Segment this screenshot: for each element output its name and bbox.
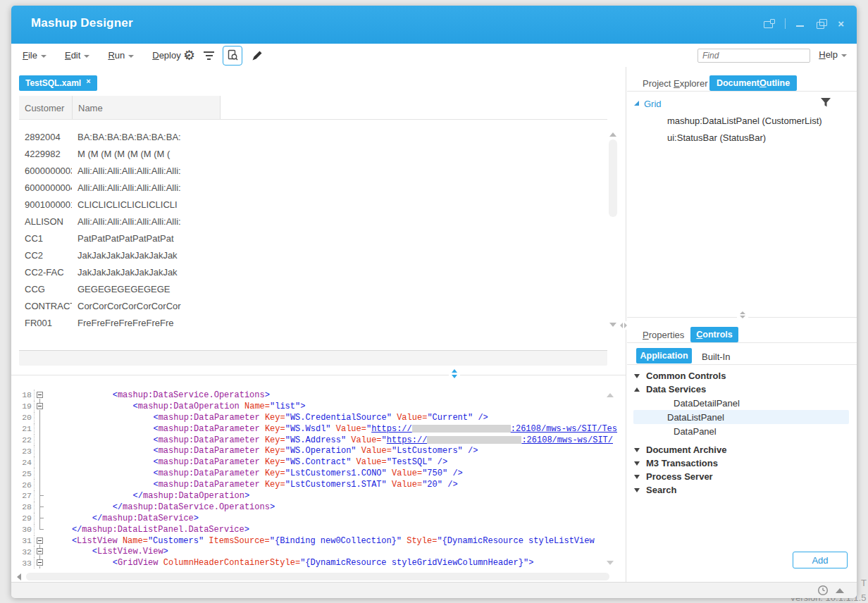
code-scroll-up-icon[interactable]	[607, 393, 614, 397]
outline-item[interactable]: mashup:DataListPanel (CustomerList)	[627, 112, 857, 129]
xaml-code-editor[interactable]: 18<mashup:DataService.Operations>19<mash…	[19, 390, 617, 568]
fold-collapse-icon[interactable]	[37, 548, 43, 554]
menu-edit[interactable]: Edit	[65, 50, 89, 61]
expand-icon[interactable]	[634, 374, 640, 378]
collapse-icon[interactable]	[634, 387, 640, 392]
code-line-20[interactable]: 20<mashup:DataParameter Key="WS.Credenti…	[19, 412, 617, 423]
grid-scroll-up-icon[interactable]	[609, 132, 616, 137]
grid-horizontal-scrollbar[interactable]	[19, 350, 607, 366]
code-line-30[interactable]: 30</mashup:DataListPanel.DataService>	[19, 524, 617, 535]
expand-icon[interactable]	[634, 475, 640, 479]
close-tab-icon[interactable]: ×	[86, 77, 90, 85]
clock-history-icon[interactable]	[817, 585, 829, 596]
menu-help[interactable]: Help	[819, 49, 847, 60]
line-number: 30	[19, 524, 35, 535]
table-row[interactable]: CCGGEGEGEGEGEGEGE	[19, 280, 597, 297]
tab-properties[interactable]: Properties	[643, 330, 684, 340]
code-horizontal-scrollbar[interactable]	[26, 573, 609, 580]
fold-collapse-icon[interactable]	[37, 392, 43, 398]
code-line-25[interactable]: 25<mashup:DataParameter Key="LstCustomer…	[19, 468, 617, 479]
right-panel-splitter-handle-icon[interactable]	[737, 311, 748, 318]
code-line-21[interactable]: 21<mashup:DataParameter Key="WS.Wsdl" Va…	[19, 423, 617, 435]
table-row[interactable]: CONTRACTCorCorCorCorCorCorCor	[19, 297, 597, 314]
column-header-customer[interactable]: Customer	[19, 96, 73, 120]
edit-pencil-icon[interactable]	[251, 49, 264, 62]
outline-root-grid[interactable]: Grid	[627, 95, 857, 112]
fold-collapse-icon[interactable]	[37, 537, 43, 544]
tab-application[interactable]: Application	[636, 348, 692, 363]
code-line-22[interactable]: 22<mashup:DataParameter Key="WS.Address"…	[19, 435, 617, 446]
statusbar-expand-icon[interactable]	[836, 588, 844, 593]
tab-built-in[interactable]: Built-In	[702, 352, 730, 362]
redacted-text	[427, 436, 521, 444]
expand-icon[interactable]	[634, 448, 640, 452]
minimize-button[interactable]	[795, 19, 807, 29]
controls-item-datapanel[interactable]: DataPanel	[633, 424, 849, 438]
horizontal-splitter[interactable]	[11, 375, 626, 375]
controls-group-process-server[interactable]: Process Server	[627, 470, 857, 483]
tab-project-explorer[interactable]: Project Explorer	[643, 78, 708, 89]
code-scroll-left-icon[interactable]	[17, 573, 21, 580]
add-button-label: Add	[812, 555, 828, 566]
grid-scrollbar-thumb[interactable]	[609, 139, 617, 217]
tree-expanded-icon[interactable]	[634, 101, 639, 106]
expand-icon[interactable]	[634, 488, 640, 492]
table-row[interactable]: 6000000003Alli:Alli:Alli:Alli:Alli:Alli:…	[19, 162, 597, 179]
vertical-divider-handle-icon[interactable]	[619, 321, 628, 330]
code-line-19[interactable]: 19<mashup:DataOperation Name="list">	[19, 401, 617, 412]
code-scroll-down-icon[interactable]	[607, 561, 614, 565]
line-number: 28	[19, 502, 35, 513]
table-row[interactable]: 4229982M (M (M (M (M (M (M (	[19, 145, 597, 162]
close-button[interactable]: ×	[838, 19, 844, 29]
table-row[interactable]: ALLISONAlli:Alli:Alli:Alli:Alli:Alli:All…	[19, 213, 597, 230]
code-line-29[interactable]: 29</mashup:DataService>	[19, 513, 617, 524]
controls-group-m3-transactions[interactable]: M3 Transactions	[627, 456, 857, 470]
code-line-18[interactable]: 18<mashup:DataService.Operations>	[19, 390, 617, 401]
table-row[interactable]: 6000000004Alli:Alli:Alli:Alli:Alli:Alli:…	[19, 179, 597, 196]
document-tab-label: TestSQL.xaml	[25, 78, 81, 88]
splitter-handle-icon[interactable]	[449, 369, 460, 378]
controls-group-data-services[interactable]: Data Services	[627, 383, 857, 396]
code-line-33[interactable]: 33<GridView ColumnHeaderContainerStyle="…	[19, 557, 617, 568]
expand-icon[interactable]	[634, 461, 640, 466]
menu-file[interactable]: File	[23, 50, 46, 61]
code-line-23[interactable]: 23<mashup:DataParameter Key="WS.Operatio…	[19, 445, 617, 456]
code-line-24[interactable]: 24<mashup:DataParameter Key="WS.Contract…	[19, 456, 617, 468]
fold-collapse-icon[interactable]	[37, 559, 43, 566]
fold-collapse-icon[interactable]	[37, 403, 43, 409]
title-bar[interactable]: Mashup Designer ×	[11, 6, 857, 44]
table-row[interactable]: CC2JakJakJakJakJakJakJak	[19, 247, 597, 263]
code-line-26[interactable]: 26<mashup:DataParameter Key="LstCustomer…	[19, 479, 617, 490]
controls-group-document-archive[interactable]: Document Archive	[627, 443, 857, 456]
find-input[interactable]	[698, 49, 810, 63]
menu-run[interactable]: Run	[108, 50, 134, 61]
grid-scroll-down-icon[interactable]	[609, 323, 616, 327]
controls-item-datadetailpanel[interactable]: DataDetailPanel	[633, 396, 849, 410]
add-button[interactable]: Add	[793, 552, 848, 568]
column-header-name[interactable]: Name	[73, 96, 221, 120]
gear-icon[interactable]: ⚙	[183, 49, 195, 62]
document-tab[interactable]: TestSQL.xaml ×	[19, 75, 97, 91]
fold-margin	[35, 468, 46, 479]
table-row[interactable]: CC1PatPatPatPatPatPatPat	[19, 230, 597, 247]
tab-document-outline[interactable]: Document Outline	[709, 75, 797, 91]
table-row[interactable]: CC2-FACJakJakJakJakJakJakJak	[19, 263, 597, 280]
table-row[interactable]: 9001000001CLICLICLICLICLICLICLI	[19, 196, 597, 213]
code-line-28[interactable]: 28</mashup:DataService.Operations>	[19, 502, 617, 513]
table-row[interactable]: 2892004BA:BA:BA:BA:BA:BA:BA:	[19, 128, 597, 145]
controls-group-search[interactable]: Search	[627, 483, 857, 497]
dock-window-icon[interactable]	[764, 19, 775, 29]
table-row[interactable]: FR001FreFreFreFreFreFreFre	[19, 314, 597, 331]
controls-item-datalistpanel[interactable]: DataListPanel	[633, 410, 849, 424]
controls-group-common-controls[interactable]: Common Controls	[627, 369, 857, 383]
code-line-32[interactable]: 32<ListView.View>	[19, 546, 617, 557]
filter-icon[interactable]	[204, 51, 214, 60]
code-line-31[interactable]: 31<ListView Name="Customers" ItemsSource…	[19, 535, 617, 547]
outline-item[interactable]: ui:StatusBar (StatusBar)	[627, 129, 857, 146]
fold-margin	[35, 456, 46, 468]
restore-button[interactable]	[817, 19, 828, 29]
code-line-27[interactable]: 27</mashup:DataOperation>	[19, 490, 617, 502]
tab-controls[interactable]: Controls	[690, 327, 738, 342]
cell-customer: 6000000004	[19, 182, 72, 193]
view-xaml-tool-active[interactable]	[223, 46, 242, 66]
